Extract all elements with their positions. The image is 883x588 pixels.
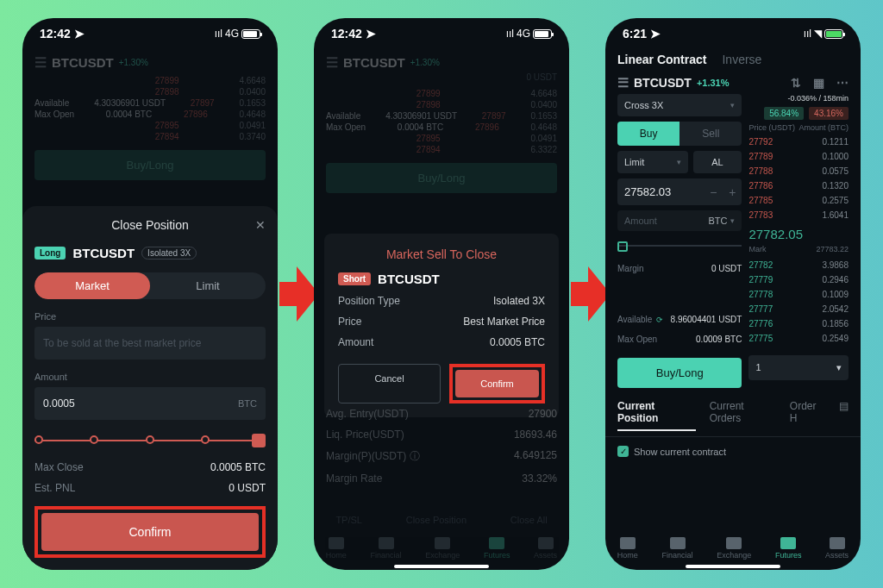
ask-row[interactable]: 277860.1320 [748,179,849,192]
ask-row[interactable]: 277880.0575 [748,165,849,178]
phone-screen-3: 6:21 ➤ ııl ◥ Linear Contract Inverse ☰ B… [605,18,861,570]
position-symbol: BTCUSDT [72,246,135,260]
more-icon[interactable]: ⋯ [836,76,849,90]
amount-slider[interactable] [34,428,266,453]
nav-financial[interactable]: Financial [371,537,402,560]
chart-icon[interactable]: ⇅ [791,76,801,90]
tab-linear[interactable]: Linear Contract [617,53,706,66]
nav-futures[interactable]: Futures [484,537,510,560]
bid-row[interactable]: 277823.9868 [748,259,849,272]
depth-select[interactable]: 1▾ [748,355,849,380]
slider-handle-icon[interactable] [617,241,628,252]
bid-row[interactable]: 277750.2549 [748,332,849,345]
confirm-button[interactable]: Confirm [455,370,539,397]
al-button[interactable]: AL [693,151,742,173]
arrow-icon [571,266,604,322]
bid-row[interactable]: 277790.2946 [748,273,849,286]
ask-row[interactable]: 277831.6041 [748,209,849,222]
order-type-segment: Market Limit [34,272,266,299]
tab-inverse[interactable]: Inverse [722,53,761,66]
slider-handle-icon[interactable] [252,434,266,447]
tab-limit[interactable]: Limit [150,272,266,299]
short-ratio: 43.16% [809,107,849,120]
close-position-modal: Close Position ✕ Long BTCUSDT Isolated 3… [22,206,278,570]
status-bar: 6:21 ➤ ııl ◥ [605,18,861,49]
amount-input-box[interactable]: Amount BTC ▾ [617,210,742,231]
cancel-button[interactable]: Cancel [338,364,441,403]
leverage-select[interactable]: Cross 3X▾ [617,94,742,116]
home-icon [329,537,344,549]
price-input[interactable]: 27582.03 [617,178,704,205]
nav-exchange[interactable]: Exchange [425,537,460,560]
status-bar: 12:42 ➤ ııl 4G [314,18,569,49]
ob-price-header: Price (USDT) [748,123,795,132]
change-pct: +1.30% [410,58,440,67]
tab-current-position[interactable]: Current Position [617,400,696,431]
buy-long-button[interactable]: Buy/Long [617,358,742,388]
confirm-button[interactable]: Confirm [41,513,259,551]
chart-icon [670,537,686,549]
amount-input[interactable] [34,387,229,420]
clock: 12:42 [40,27,71,41]
nav-futures[interactable]: Futures [775,537,802,560]
dialog-symbol: BTCUSDT [378,272,440,286]
trading-background-dimmed: ☰ BTCUSDT +1.30% 278994.6648 278980.0400… [22,54,278,180]
amount-value: 0.0005 BTC [490,336,545,348]
nav-home[interactable]: Home [617,537,638,560]
price-input-disabled: To be sold at the best market price [34,327,266,360]
price-value: Best Market Price [463,316,545,328]
nav-assets[interactable]: Assets [825,537,849,560]
amount-unit: BTC [229,398,266,409]
home-icon [620,537,636,549]
bid-row[interactable]: 277780.1009 [748,288,849,301]
tab-current-orders[interactable]: Current Orders [710,400,776,431]
wallet-icon [830,537,845,549]
network-label: 4G [517,28,530,40]
menu-icon[interactable]: ☰ [617,75,629,91]
buy-tab[interactable]: Buy [617,122,679,146]
ask-row[interactable]: 277850.2575 [748,194,849,207]
last-price: 27782.05 [748,227,803,241]
chart-icon [379,537,394,549]
close-icon[interactable]: ✕ [255,218,266,232]
plus-button[interactable]: + [723,185,742,199]
ask-row[interactable]: 277920.1211 [748,135,849,148]
nav-assets[interactable]: Assets [534,537,557,560]
chevron-down-icon: ▾ [730,101,735,109]
document-icon[interactable]: ▤ [839,400,849,431]
exchange-icon [435,537,450,549]
battery-charging-icon [824,29,843,39]
calculator-icon[interactable]: ▦ [813,76,824,90]
dialog-title: Market Sell To Close [338,247,545,261]
home-indicator [686,565,780,568]
est-pnl-label: Est. PNL [34,482,75,494]
nav-financial[interactable]: Financial [662,537,693,560]
symbol: BTCUSDT [343,55,405,70]
ask-row[interactable]: 277890.1000 [748,150,849,163]
minus-button[interactable]: − [704,185,723,199]
position-actions-dimmed: TP/SL Close Position Close All [314,515,569,525]
est-pnl-value: 0 USDT [229,482,266,494]
phone-screen-1: 12:42 ➤ ııl 4G ☰ BTCUSDT +1.30% 278994.6… [22,18,278,570]
bid-row[interactable]: 277760.1856 [748,317,849,330]
maxopen-label: Max Open [617,335,657,344]
position-type-label: Position Type [338,295,400,307]
order-type-select[interactable]: Limit▾ [617,151,688,173]
tab-order-history[interactable]: Order H [790,400,825,431]
chevron-down-icon: ▾ [677,158,681,166]
bid-row[interactable]: 277772.0542 [748,303,849,316]
amount-slider[interactable] [617,238,742,253]
checkbox-checked[interactable]: ✓ [617,446,629,457]
sell-tab[interactable]: Sell [679,122,742,146]
currency-select[interactable]: BTC [708,216,727,226]
price-label: Price [338,316,361,328]
refresh-icon[interactable]: ⟳ [654,316,663,324]
tab-market[interactable]: Market [34,272,150,299]
nav-home[interactable]: Home [326,537,347,560]
margin-value: 0 USDT [711,264,742,273]
menu-icon: ☰ [34,54,47,71]
wifi-icon: ◥ [814,28,822,40]
location-icon: ➤ [74,27,85,41]
symbol[interactable]: BTCUSDT [634,76,692,90]
nav-exchange[interactable]: Exchange [717,537,751,560]
